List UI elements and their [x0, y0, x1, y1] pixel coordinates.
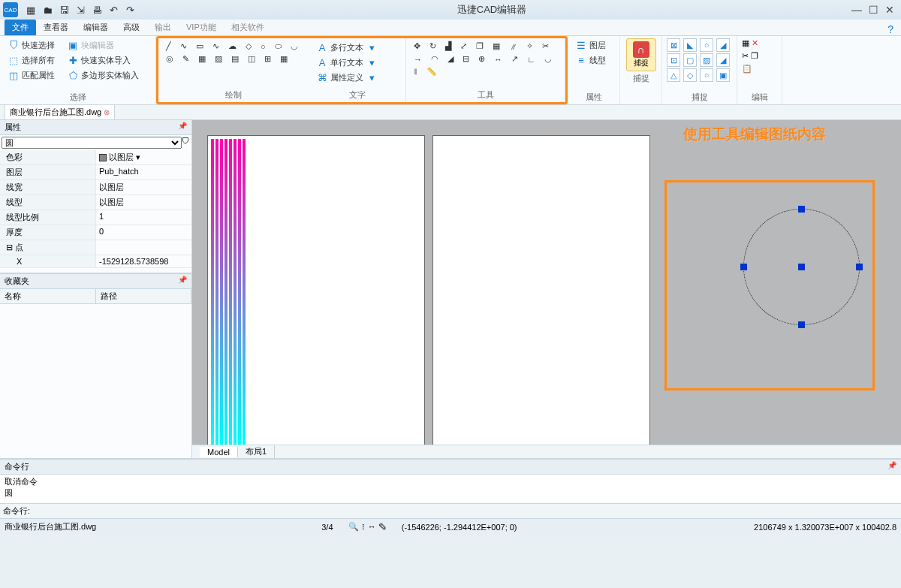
circle-icon[interactable]: ○	[258, 41, 269, 52]
line-icon[interactable]: ╱	[163, 41, 174, 52]
erase-icon[interactable]: ▦	[742, 38, 749, 48]
block-editor-button[interactable]: ▣块编辑器	[64, 38, 117, 52]
parallel-icon[interactable]: ○	[700, 68, 713, 82]
near-icon[interactable]: △	[667, 68, 680, 82]
new-icon[interactable]: ▦	[26, 5, 36, 15]
leader-icon[interactable]: ↗	[508, 53, 521, 65]
print-icon[interactable]: 🖶	[92, 5, 102, 15]
grip-top[interactable]	[798, 206, 805, 213]
help-icon[interactable]: ?	[887, 23, 893, 35]
linetype-button[interactable]: ≡线型	[572, 53, 609, 67]
appint-icon[interactable]: ◇	[683, 68, 697, 82]
midpoint-icon[interactable]: ◣	[683, 38, 697, 52]
explode-icon[interactable]: ✧	[523, 41, 536, 52]
hatch-icon[interactable]: ▨	[212, 53, 225, 65]
region-icon[interactable]: ⊞	[261, 53, 274, 65]
prop-x[interactable]: -1529128.5738598	[96, 255, 191, 267]
open-icon[interactable]: 🖿	[42, 5, 53, 15]
maximize-button[interactable]: ☐	[865, 4, 881, 16]
status-icons[interactable]: 🔍 ⫶ ↔ ✎	[348, 522, 387, 532]
tab-file[interactable]: 文件	[5, 20, 36, 35]
tab-editor[interactable]: 编辑器	[76, 20, 116, 35]
perp-icon[interactable]: ▨	[700, 53, 713, 67]
table-icon[interactable]: ▦	[277, 53, 291, 65]
rect-icon[interactable]: ▭	[193, 41, 206, 52]
attr-def-button[interactable]: ⌘属性定义▾	[313, 71, 381, 84]
minimize-button[interactable]: —	[848, 4, 865, 16]
save-icon[interactable]: 🖫	[59, 5, 69, 15]
trim-icon[interactable]: ✂	[539, 41, 552, 52]
tab-output[interactable]: 输出	[147, 20, 179, 35]
dim-icon[interactable]: ↔	[491, 53, 505, 65]
command-input[interactable]	[33, 505, 898, 517]
rotate-icon[interactable]: ↻	[426, 41, 439, 52]
select-all-button[interactable]: ⬚选择所有	[5, 53, 58, 67]
arc-icon[interactable]: ◡	[288, 41, 301, 52]
polyline-icon[interactable]: ∿	[177, 41, 190, 52]
grip-bottom[interactable]	[798, 321, 805, 328]
prop-thickness[interactable]: 0	[96, 225, 191, 240]
radius-icon[interactable]: ◡	[541, 53, 555, 65]
tab-related[interactable]: 相关软件	[224, 20, 272, 35]
tab-viewer[interactable]: 查看器	[36, 20, 76, 35]
break-icon[interactable]: ⊟	[460, 53, 472, 65]
snap-button[interactable]: ∩ 捕捉	[626, 38, 656, 71]
move-icon[interactable]: ✥	[411, 41, 423, 52]
stext-button[interactable]: A单行文本▾	[313, 56, 381, 69]
grip-right[interactable]	[856, 264, 863, 270]
grip-center[interactable]	[798, 264, 805, 270]
polygon-input-button[interactable]: ⬠多边形实体输入	[64, 68, 142, 82]
drawing-canvas[interactable]: 使用工具编辑图纸内容	[192, 120, 901, 445]
paste-icon[interactable]: 📋	[742, 64, 752, 74]
spline-icon[interactable]: ∿	[209, 41, 222, 52]
cloud-icon[interactable]: ☁	[225, 41, 240, 52]
pin-icon[interactable]: 📌	[178, 276, 187, 287]
center-icon[interactable]: ○	[700, 38, 713, 52]
extend-icon[interactable]: →	[411, 53, 425, 65]
grip-left[interactable]	[740, 264, 747, 270]
point-icon[interactable]: ✎	[179, 53, 192, 65]
layer-button[interactable]: ☰图层	[572, 38, 609, 52]
solid-import-button[interactable]: ✚快速实体导入	[64, 53, 134, 67]
delete-icon[interactable]: ✕	[752, 38, 758, 48]
undo-icon[interactable]: ↶	[108, 5, 119, 15]
fill-icon[interactable]: ▦	[195, 53, 209, 65]
export-icon[interactable]: ⇲	[75, 5, 86, 15]
prop-layer[interactable]: Pub_hatch	[96, 165, 191, 179]
tab-advanced[interactable]: 高级	[116, 20, 147, 35]
ellipse-icon[interactable]: ⬭	[272, 41, 285, 52]
prop-linetype[interactable]: 以图层	[96, 195, 191, 210]
cut-icon[interactable]: ✂	[742, 51, 749, 61]
wipeout-icon[interactable]: ◇	[243, 41, 255, 52]
angle-icon[interactable]: ∟	[524, 53, 538, 65]
fillet-icon[interactable]: ◠	[428, 53, 441, 65]
quad-icon[interactable]: ⊡	[667, 53, 680, 67]
quick-select-button[interactable]: ⛉快速选择	[5, 38, 58, 52]
mtext-button[interactable]: A多行文本▾	[313, 41, 381, 54]
node-icon[interactable]: ◢	[716, 38, 730, 52]
document-tab[interactable]: 商业银行后台施工图.dwg⊗	[5, 104, 115, 120]
close-button[interactable]: ✕	[881, 4, 898, 16]
align-icon[interactable]: ⫴	[411, 66, 420, 77]
join-icon[interactable]: ⊕	[475, 53, 488, 65]
copy-icon[interactable]: ❐	[473, 41, 487, 52]
scale-icon[interactable]: ⤢	[457, 41, 470, 52]
tab-vip[interactable]: VIP功能	[179, 20, 224, 35]
boundary-icon[interactable]: ◫	[245, 53, 258, 65]
match-props-button[interactable]: ◫匹配属性	[5, 68, 58, 82]
prop-lineweight[interactable]: 以图层	[96, 180, 191, 194]
prop-ltscale[interactable]: 1	[96, 210, 191, 225]
tangent-icon[interactable]: ◢	[716, 53, 730, 67]
redo-icon[interactable]: ↷	[125, 5, 135, 15]
tab-layout1[interactable]: 布局1	[238, 445, 275, 458]
endpoint-icon[interactable]: ⊠	[667, 38, 680, 52]
offset-icon[interactable]: ⫽	[506, 41, 520, 52]
array-icon[interactable]: ▦	[490, 41, 503, 52]
intersect-icon[interactable]: ▢	[683, 53, 697, 67]
chamfer-icon[interactable]: ◢	[444, 53, 457, 65]
prop-color[interactable]: 以图层 ▾	[96, 150, 191, 164]
donut-icon[interactable]: ◎	[163, 53, 176, 65]
mirror-icon[interactable]: ▟	[442, 41, 454, 52]
close-tab-icon[interactable]: ⊗	[104, 108, 110, 116]
copy2-icon[interactable]: ❐	[751, 51, 758, 61]
